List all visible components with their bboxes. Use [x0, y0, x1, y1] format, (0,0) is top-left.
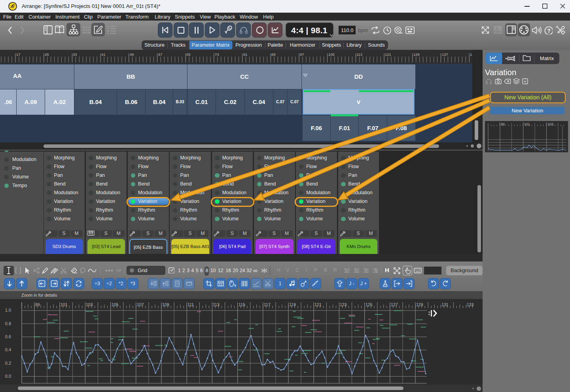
- svg-text:0.6: 0.6: [5, 334, 11, 339]
- svg-text:65: 65: [186, 52, 191, 57]
- svg-text:121: 121: [314, 302, 322, 307]
- svg-text:113: 113: [356, 52, 362, 57]
- svg-text:145: 145: [470, 52, 472, 57]
- svg-text:1.0: 1.0: [5, 308, 11, 312]
- svg-text:0.0: 0.0: [5, 374, 11, 379]
- svg-text:?: ?: [547, 28, 551, 34]
- svg-text:41: 41: [101, 52, 106, 57]
- svg-text:129: 129: [416, 302, 423, 307]
- svg-text:119: 119: [289, 302, 296, 307]
- svg-text:0.8: 0.8: [5, 321, 11, 326]
- svg-text:107: 107: [137, 302, 144, 307]
- svg-text:117: 117: [264, 302, 271, 307]
- svg-text:89: 89: [271, 52, 276, 57]
- svg-text:133: 133: [467, 302, 474, 307]
- svg-text:131: 131: [441, 302, 449, 307]
- svg-text:49: 49: [130, 52, 134, 57]
- svg-text:113: 113: [213, 302, 220, 307]
- svg-text:0.4: 0.4: [5, 347, 11, 352]
- svg-text:57: 57: [158, 52, 163, 57]
- svg-text:81: 81: [243, 52, 248, 57]
- svg-text:99: 99: [501, 122, 505, 126]
- svg-text:25: 25: [45, 52, 49, 57]
- svg-text:103: 103: [86, 302, 93, 307]
- svg-text:101: 101: [61, 302, 68, 307]
- svg-text:127: 127: [391, 302, 398, 307]
- svg-text:73: 73: [215, 52, 219, 57]
- svg-text:125: 125: [365, 302, 373, 307]
- svg-text:0.2: 0.2: [5, 361, 11, 365]
- svg-text:121: 121: [385, 52, 391, 57]
- svg-text:129: 129: [413, 52, 420, 57]
- svg-text:105: 105: [112, 302, 119, 307]
- svg-text:111: 111: [187, 302, 194, 307]
- svg-text:115: 115: [239, 302, 245, 307]
- svg-text:101: 101: [524, 122, 530, 126]
- svg-text:97: 97: [300, 52, 304, 57]
- svg-text:33: 33: [73, 52, 77, 57]
- svg-text:105: 105: [328, 52, 335, 57]
- svg-text:103: 103: [547, 122, 553, 126]
- svg-text:123: 123: [340, 302, 347, 307]
- svg-text:137: 137: [442, 52, 448, 57]
- svg-text:17: 17: [16, 52, 21, 57]
- svg-text:109: 109: [162, 302, 169, 307]
- svg-text:99: 99: [35, 302, 40, 307]
